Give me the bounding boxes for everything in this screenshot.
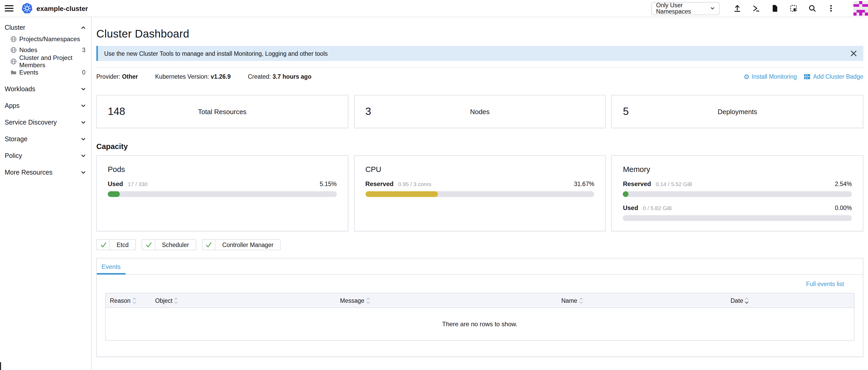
events-table-header: Reason Object Message Name [106, 293, 854, 308]
check-icon [97, 240, 110, 250]
add-cluster-badge-link[interactable]: Add Cluster Badge [804, 73, 863, 80]
meta-kubernetes-version: Kubernetes Version: v1.26.9 [155, 74, 231, 80]
sidebar-item-projects-namespaces[interactable]: Projects/Namespaces [0, 33, 91, 45]
card-deployments[interactable]: 5 Deployments [612, 95, 863, 128]
sidebar-group-label: Apps [5, 102, 20, 109]
capacity-heading: Capacity [96, 142, 863, 151]
sidebar-group-service-discovery: Service Discovery [0, 117, 91, 128]
card-nodes[interactable]: 3 Nodes [354, 95, 606, 128]
divider [96, 67, 863, 68]
search-icon [808, 4, 816, 12]
capacity-row-label: Used [108, 180, 123, 188]
sidebar-group-policy: Policy [0, 150, 91, 162]
events-panel: Events Full events list Reason Object [96, 258, 863, 357]
badge-icon [804, 73, 811, 80]
chip-controller-manager: Controller Manager [202, 239, 281, 250]
gear-icon: ⚙ [744, 73, 749, 80]
kubernetes-logo-icon [21, 3, 33, 14]
chevron-down-icon [711, 6, 715, 11]
sidebar-group-header-apps[interactable]: Apps [0, 100, 91, 112]
header-actions: ⚙ Install Monitoring Add Cluster Badge [744, 73, 863, 80]
tab-events[interactable]: Events [97, 258, 125, 275]
kubectl-shell-button[interactable] [752, 4, 761, 13]
import-yaml-button[interactable] [733, 4, 742, 13]
card-label: Nodes [470, 108, 490, 115]
sort-icon [366, 297, 370, 304]
sidebar-group-more-resources: More Resources [0, 167, 91, 178]
sidebar-group-header-workloads[interactable]: Workloads [0, 83, 91, 95]
cluster-name: example-cluster [36, 4, 88, 12]
banner-close-button[interactable] [850, 50, 857, 57]
top-header: example-cluster Only User Namespaces [0, 0, 868, 17]
column-header-object[interactable]: Object [151, 297, 336, 304]
screenshot-button[interactable] [789, 4, 798, 13]
namespace-filter-value: Only User Namespaces [656, 2, 711, 15]
cluster-tools-banner: Use the new Cluster Tools to manage and … [96, 46, 863, 61]
progress-bar-fill [623, 191, 629, 197]
column-header-name[interactable]: Name [557, 297, 726, 304]
progress-bar [623, 215, 852, 221]
capacity-row-detail: 0 / 5.82 GiB [643, 205, 672, 211]
sort-icon-active-desc [745, 297, 749, 304]
sidebar-group-label: Storage [5, 136, 28, 143]
sidebar-group-apps: Apps [0, 100, 91, 112]
sidebar-group-header-storage[interactable]: Storage [0, 134, 91, 145]
sidebar-item-label: Cluster and Project Members [19, 54, 85, 69]
card-value: 3 [365, 106, 371, 117]
search-button[interactable] [808, 4, 817, 13]
column-header-reason[interactable]: Reason [106, 297, 151, 304]
meta-provider: Provider: Other [96, 74, 138, 80]
capacity-card-title: CPU [365, 165, 594, 174]
sidebar-item-count: 0 [82, 69, 91, 76]
terminal-icon [752, 4, 760, 12]
sidebar: Cluster Projects/Namespaces Nodes 3 [0, 17, 92, 370]
capacity-row: Used 17 / 330 5.15% [108, 180, 337, 197]
namespace-filter-select[interactable]: Only User Namespaces [651, 2, 720, 15]
check-icon [142, 240, 155, 250]
full-events-list-link[interactable]: Full events list [806, 281, 844, 287]
sort-icon [579, 297, 583, 304]
capacity-row: Reserved 0.14 / 5.52 GiB 2.54% [623, 180, 852, 197]
progress-bar [623, 191, 852, 197]
card-total-resources[interactable]: 148 Total Resources [96, 95, 348, 128]
chevron-down-icon [81, 153, 86, 159]
full-events-list-row: Full events list [97, 275, 863, 288]
add-cluster-badge-label: Add Cluster Badge [813, 74, 863, 80]
events-tabbar: Events [97, 258, 863, 275]
user-avatar[interactable] [854, 1, 868, 16]
check-icon [203, 240, 216, 250]
sidebar-group-header-service-discovery[interactable]: Service Discovery [0, 117, 91, 128]
chip-label: Etcd [110, 241, 135, 248]
capacity-card-memory: Memory Reserved 0.14 / 5.52 GiB 2.54% Us… [612, 155, 863, 231]
capacity-row-label: Used [623, 204, 639, 211]
events-table: Reason Object Message Name [105, 293, 855, 341]
sidebar-group-label: More Resources [5, 169, 52, 176]
capacity-card-cpu: CPU Reserved 0.95 / 3 cores 31.67% [354, 155, 606, 231]
globe-icon [10, 58, 17, 65]
sidebar-group-header-cluster[interactable]: Cluster [0, 22, 91, 33]
install-monitoring-link[interactable]: ⚙ Install Monitoring [744, 73, 797, 80]
header-kebab-menu-button[interactable] [827, 4, 835, 13]
column-header-date[interactable]: Date [726, 297, 854, 304]
sidebar-group-header-policy[interactable]: Policy [0, 150, 91, 162]
chevron-down-icon [81, 86, 86, 92]
sidebar-item-count: 3 [82, 47, 91, 53]
column-header-message[interactable]: Message [336, 297, 557, 304]
left-edge-scrollbar[interactable] [0, 362, 1, 370]
sidebar-group-storage: Storage [0, 134, 91, 145]
component-status-chips: Etcd Scheduler Controller Manager [96, 239, 863, 250]
page-title: Cluster Dashboard [96, 28, 863, 40]
capacity-row-percent: 2.54% [835, 181, 852, 187]
cluster-meta-row: Provider: Other Kubernetes Version: v1.2… [96, 73, 863, 80]
progress-bar [365, 191, 594, 197]
close-icon [850, 50, 857, 57]
hamburger-menu-icon[interactable] [5, 4, 13, 13]
sidebar-item-cluster-project-members[interactable]: Cluster and Project Members [0, 56, 91, 67]
card-value: 148 [108, 106, 125, 117]
sidebar-group-label: Policy [5, 152, 22, 160]
sidebar-group-header-more-resources[interactable]: More Resources [0, 167, 91, 178]
progress-bar [108, 191, 337, 197]
docs-button[interactable] [770, 4, 779, 13]
sidebar-group-cluster: Cluster Projects/Namespaces Nodes 3 [0, 22, 91, 78]
upload-icon [733, 4, 741, 12]
